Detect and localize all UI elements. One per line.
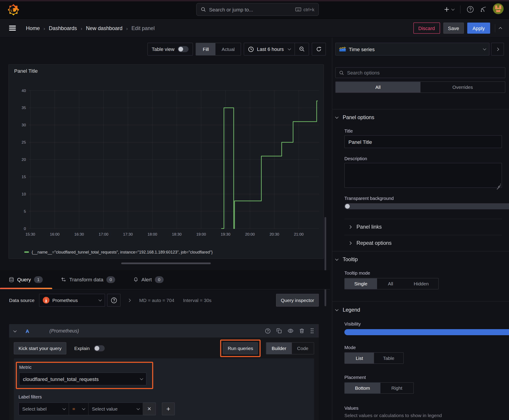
metric-select[interactable]: cloudflared_tunnel_total_requests: [19, 373, 146, 385]
query-tabs-bar: Query 1 Transform data 0 Alert 0: [0, 270, 330, 290]
kick-start-button[interactable]: Kick start your query: [14, 342, 66, 354]
datasource-picker[interactable]: Prometheus: [39, 294, 105, 307]
grafana-logo[interactable]: [8, 4, 20, 16]
collapse-stats-icon[interactable]: [128, 299, 131, 302]
resize-grip-icon[interactable]: [498, 184, 501, 187]
time-series-viz-icon: [339, 46, 346, 52]
builder-option[interactable]: Builder: [266, 343, 291, 354]
section-divider: [332, 109, 509, 110]
tooltip-all-option[interactable]: All: [377, 278, 404, 289]
fill-option[interactable]: Fill: [196, 43, 216, 55]
stat-max-datapoints: MD = auto = 704: [139, 298, 174, 303]
edit-panel-main-area: Table view Fill Actual Last 6 hours: [0, 38, 330, 420]
breadcrumb-home[interactable]: Home: [26, 25, 40, 31]
mode-table-option[interactable]: Table: [374, 353, 403, 363]
chart-legend: {__name__="cloudflared_tunnel_total_requ…: [24, 250, 213, 255]
toggle-viz-picker-button[interactable]: [491, 43, 504, 56]
collapse-header-icon[interactable]: [499, 27, 502, 30]
delete-query-icon[interactable]: [299, 328, 304, 334]
query-help-icon[interactable]: [265, 328, 271, 334]
placement-bottom-option[interactable]: Bottom: [345, 383, 380, 394]
run-queries-button[interactable]: Run queries: [223, 342, 258, 354]
hide-query-icon[interactable]: [288, 328, 294, 334]
transform-count-badge: 0: [106, 276, 115, 283]
panel-title-input[interactable]: Panel Title: [344, 135, 502, 148]
search-placeholder: Search or jump to...: [209, 7, 253, 12]
transform-icon: [61, 277, 66, 282]
remove-filter-button[interactable]: ✕: [143, 403, 156, 415]
duplicate-query-icon[interactable]: [276, 328, 282, 334]
placement-right-option[interactable]: Right: [380, 383, 413, 394]
select-label-dropdown[interactable]: Select label: [19, 403, 69, 415]
options-search-input[interactable]: Search options: [335, 67, 505, 78]
add-filter-button[interactable]: +: [162, 403, 175, 415]
series-color-mark[interactable]: [24, 252, 29, 253]
user-avatar[interactable]: [493, 3, 504, 15]
refresh-button[interactable]: [312, 43, 326, 56]
query-row-header[interactable]: A (Prometheus): [9, 324, 319, 338]
panel-options-section-header[interactable]: Panel options: [336, 114, 506, 120]
description-textarea[interactable]: [344, 163, 502, 188]
svg-text:25: 25: [22, 140, 26, 144]
tab-transform-data[interactable]: Transform data 0: [52, 270, 125, 289]
zoom-out-button[interactable]: [295, 43, 309, 55]
tooltip-section-header[interactable]: Tooltip: [336, 256, 506, 262]
tab-query[interactable]: Query 1: [0, 270, 52, 289]
actual-option[interactable]: Actual: [215, 43, 241, 55]
series-label[interactable]: {__name__="cloudflared_tunnel_total_requ…: [32, 250, 213, 255]
breadcrumb-dashboards[interactable]: Dashboards: [49, 25, 77, 31]
operator-dropdown[interactable]: =: [69, 403, 89, 415]
panel-title[interactable]: Panel Title: [14, 68, 38, 74]
new-menu-caret-icon: [451, 7, 455, 11]
repeat-options-section-header[interactable]: Repeat options: [344, 235, 509, 251]
legend-visibility-toggle[interactable]: [344, 329, 509, 335]
explain-toggle[interactable]: [94, 345, 105, 351]
new-menu-button[interactable]: [444, 7, 454, 12]
actions-divider: [495, 24, 495, 32]
time-series-chart[interactable]: 051015202530354015:3016:0016:3017:0017:3…: [9, 78, 324, 246]
query-ref-id[interactable]: A: [26, 328, 29, 334]
transparent-background-toggle[interactable]: [344, 203, 509, 209]
query-count-badge: 1: [34, 276, 43, 283]
query-inspector-button[interactable]: Query inspector: [276, 294, 319, 307]
global-search-input[interactable]: Search or jump to... ctrl+k: [196, 3, 319, 16]
visualization-picker[interactable]: Time series: [335, 43, 489, 56]
legend-section-header[interactable]: Legend: [336, 307, 506, 313]
title-label: Title: [344, 128, 509, 134]
apply-button[interactable]: Apply: [467, 23, 490, 34]
datasource-help-button[interactable]: [107, 294, 121, 307]
tooltip-single-option[interactable]: Single: [345, 278, 377, 289]
scope-overrides-option[interactable]: Overrides: [420, 82, 505, 93]
time-range-label: Last 6 hours: [257, 46, 284, 52]
table-view-control[interactable]: Table view: [147, 43, 193, 56]
tooltip-hidden-option[interactable]: Hidden: [404, 278, 438, 289]
section-divider: [332, 301, 509, 302]
help-icon[interactable]: [467, 6, 474, 13]
breadcrumb-new-dashboard[interactable]: New dashboard: [86, 25, 122, 31]
select-value-dropdown[interactable]: Select value: [89, 403, 143, 415]
save-button[interactable]: Save: [443, 23, 464, 34]
repeat-options-title: Repeat options: [357, 240, 392, 246]
svg-text:20:00: 20:00: [245, 232, 255, 236]
panel-title-value: Panel Title: [349, 139, 372, 145]
code-option[interactable]: Code: [292, 343, 314, 354]
resize-handle[interactable]: [121, 262, 211, 264]
panel-options-sidebar: Time series Search options All Overrides…: [332, 38, 509, 420]
mode-list-option[interactable]: List: [345, 353, 374, 363]
vertical-scrollbar[interactable]: [325, 217, 326, 307]
query-collapse-icon[interactable]: [13, 329, 17, 332]
select-label-placeholder: Select label: [22, 406, 47, 412]
breadcrumb-separator: ›: [81, 25, 82, 31]
drag-handle-icon[interactable]: [310, 328, 314, 334]
table-view-toggle[interactable]: [178, 46, 189, 52]
time-range-button[interactable]: Last 6 hours: [244, 43, 295, 55]
menu-toggle-icon[interactable]: [9, 26, 16, 31]
scope-all-option[interactable]: All: [336, 82, 420, 93]
discard-button[interactable]: Discard: [413, 23, 440, 34]
datasource-value: Prometheus: [52, 298, 78, 303]
tab-alert[interactable]: Alert 0: [125, 270, 173, 289]
tooltip-mode-switcher: Single All Hidden: [344, 278, 439, 289]
news-rss-icon[interactable]: [480, 6, 487, 13]
panel-links-section-header[interactable]: Panel links: [344, 219, 509, 235]
svg-text:35: 35: [22, 105, 26, 110]
